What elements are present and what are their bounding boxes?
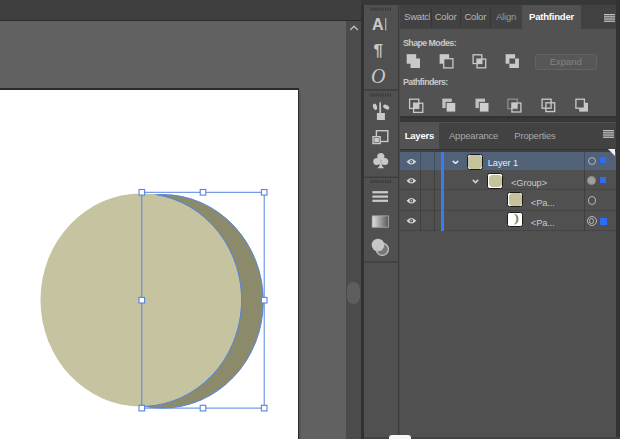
svg-text:O: O — [371, 65, 385, 87]
svg-text:¶: ¶ — [373, 41, 382, 60]
svg-text:A: A — [372, 16, 384, 33]
